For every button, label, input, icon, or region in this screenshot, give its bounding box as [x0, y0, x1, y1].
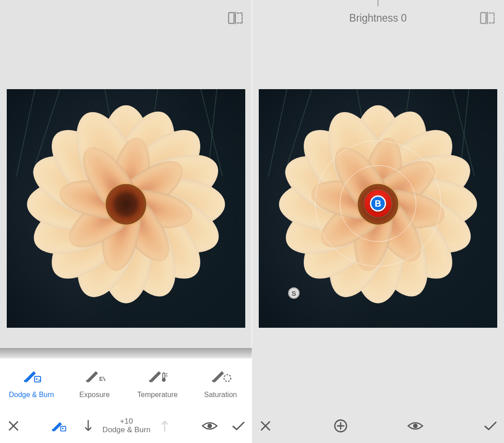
svg-rect-18 [481, 13, 486, 23]
tool-temperature[interactable]: Temperature [126, 368, 189, 399]
control-point-active[interactable]: B [370, 195, 386, 212]
preview-button[interactable] [202, 418, 218, 434]
svg-rect-0 [229, 13, 234, 23]
right-topbar: Brightness 0 [252, 0, 504, 36]
compare-icon[interactable] [480, 12, 495, 24]
flower-illustration [22, 101, 230, 308]
brush-tool-indicator[interactable] [50, 418, 67, 434]
svg-point-15 [224, 375, 231, 381]
control-point-inactive[interactable]: S [288, 287, 300, 299]
brush-tool-row: Dodge & Burn EV Exposure [0, 358, 252, 409]
svg-point-17 [207, 424, 212, 428]
right-action-bar [252, 409, 504, 443]
brush-exposure-icon: EV [84, 368, 105, 384]
strength-value: +10 [103, 417, 151, 426]
photo [7, 89, 245, 328]
tool-exposure[interactable]: EV Exposure [63, 368, 126, 399]
strength-readout: +10 Dodge & Burn [103, 417, 151, 434]
tool-dodge-burn[interactable]: Dodge & Burn [0, 368, 63, 399]
tool-label: Dodge & Burn [9, 391, 54, 399]
svg-point-28 [413, 424, 418, 428]
photo-canvas[interactable] [7, 89, 245, 328]
tool-label: Temperature [137, 391, 178, 399]
preview-button[interactable] [407, 418, 423, 434]
photo: B S [259, 89, 497, 328]
left-pane: Dodge & Burn EV Exposure [0, 0, 252, 443]
compare-icon[interactable] [228, 12, 243, 24]
cancel-button[interactable] [5, 418, 22, 434]
svg-point-12 [162, 378, 166, 382]
cancel-button[interactable] [257, 418, 274, 434]
tool-label: Exposure [79, 391, 110, 399]
brush-dodgeburn-icon [21, 368, 42, 384]
tool-label: Saturation [204, 391, 237, 399]
panel-shadow [0, 348, 252, 358]
brush-temperature-icon [147, 368, 168, 384]
right-pane: Brightness 0 [252, 0, 504, 443]
increase-arrow-icon[interactable] [157, 418, 173, 434]
apply-button[interactable] [230, 418, 247, 434]
apply-button[interactable] [482, 418, 499, 434]
add-point-button[interactable] [333, 418, 349, 434]
svg-rect-9 [35, 376, 40, 382]
svg-text:EV: EV [99, 376, 105, 382]
left-topbar [0, 0, 252, 36]
svg-rect-11 [163, 373, 165, 378]
strength-stepper[interactable]: +10 Dodge & Burn [80, 417, 173, 434]
decrease-arrow-icon[interactable] [80, 418, 96, 434]
left-action-bar: +10 Dodge & Burn [0, 409, 252, 443]
strength-tool: Dodge & Burn [103, 426, 151, 434]
brush-saturation-icon [210, 368, 231, 384]
photo-canvas[interactable]: B S [259, 89, 497, 328]
adjust-title: Brightness 0 [349, 12, 407, 24]
tool-saturation[interactable]: Saturation [189, 368, 252, 399]
